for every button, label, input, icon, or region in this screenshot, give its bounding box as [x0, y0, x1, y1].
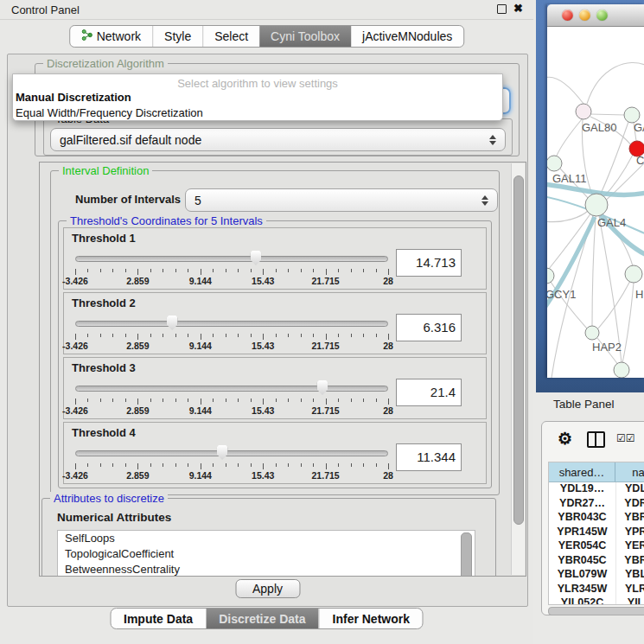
cell-shared-name[interactable]: YDR27…	[549, 497, 616, 512]
tab-cyni-toolbox[interactable]: Cyni Toolbox	[259, 26, 351, 47]
zoom-traffic-light-icon[interactable]	[596, 10, 608, 21]
table-row[interactable]: YIL052CYIL0	[549, 596, 644, 605]
close-icon[interactable]: ✖	[513, 3, 523, 14]
cell-shared-name[interactable]: YLR345W	[549, 583, 616, 597]
slider-track[interactable]	[75, 321, 388, 327]
number-of-intervals-label: Number of Intervals	[75, 193, 181, 206]
cell-shared-name[interactable]: YER054C	[549, 539, 616, 554]
stepper-icon	[489, 135, 496, 145]
table-row[interactable]: YBL079WYBL0	[549, 568, 644, 583]
slider-track[interactable]	[75, 386, 388, 392]
tab-network[interactable]: Network	[70, 26, 152, 47]
tab-infer-network[interactable]: Infer Network	[319, 609, 423, 628]
node-hap2	[585, 326, 599, 340]
cell-name[interactable]: YDR2	[616, 497, 644, 512]
node-label: GCY1	[547, 288, 576, 301]
attribute-item[interactable]: BetweennessCentrality	[58, 562, 475, 577]
minimize-traffic-light-icon[interactable]	[579, 10, 590, 21]
node-label: GAL80	[582, 121, 616, 134]
threshold-slider[interactable]: -3.4262.8599.14415.4321.71528	[75, 380, 388, 417]
table-row[interactable]: YBR045CYBR0	[549, 554, 644, 569]
list-scrollbar[interactable]	[461, 532, 472, 577]
select-columns-icon[interactable]: ☑☑	[616, 432, 635, 444]
slider-thumb[interactable]	[316, 380, 328, 395]
tab-style[interactable]: Style	[152, 26, 202, 47]
slider-thumb[interactable]	[250, 251, 261, 265]
interval-definition-group: Interval Definition Number of Intervals …	[50, 170, 500, 495]
group-title: Discretization Algorithm	[43, 57, 168, 70]
cell-shared-name[interactable]: YBL079W	[549, 568, 616, 583]
attribute-item[interactable]: SelfLoops	[58, 531, 475, 546]
slider-ticks	[75, 399, 388, 405]
threshold-value-field[interactable]: 6.316	[396, 314, 462, 341]
threshold-value-field[interactable]: 14.713	[396, 249, 462, 277]
column-header-name[interactable]: na	[615, 462, 644, 481]
threshold-value-field[interactable]: 21.4	[396, 379, 462, 406]
cell-shared-name[interactable]: YIL052C	[549, 596, 616, 605]
table-row[interactable]: YBR043CYBR0	[549, 511, 644, 526]
node-gcy1	[547, 268, 554, 284]
dropdown-option-manual-discretization[interactable]: Manual Discretization	[13, 90, 502, 105]
tab-impute-data[interactable]: Impute Data	[111, 609, 206, 628]
table-row[interactable]: YPR145WYPR1	[549, 526, 644, 540]
slider-tick-labels: -3.4262.8599.14415.4321.71528	[75, 341, 388, 351]
slider-track[interactable]	[75, 450, 388, 456]
tab-jactivemnodules[interactable]: jActiveMNodules	[351, 26, 463, 47]
table-row[interactable]: YER054CYER0	[549, 539, 644, 554]
threshold-slider[interactable]: -3.4262.8599.14415.4321.71528	[75, 316, 388, 352]
number-of-intervals-spinner[interactable]: 5	[185, 188, 498, 212]
network-window-titlebar[interactable]	[547, 4, 644, 27]
cell-name[interactable]: YBR0	[616, 511, 644, 526]
cell-name[interactable]: YBL0	[616, 568, 644, 583]
dropdown-option-equal-width-frequency[interactable]: Equal Width/Frequency Discretization	[13, 105, 502, 121]
cell-name[interactable]: YDL1	[616, 482, 644, 497]
table-row[interactable]: YLR345WYLR3	[549, 583, 644, 597]
threshold-slider[interactable]: -3.4262.8599.14415.4321.71528	[75, 251, 388, 287]
attributes-to-discretize-group: Attributes to discretize Numerical Attri…	[41, 498, 496, 577]
gear-icon[interactable]: ⚙	[558, 429, 572, 449]
cell-name[interactable]: YER0	[616, 539, 644, 554]
cell-shared-name[interactable]: YBR043C	[549, 511, 616, 526]
cell-shared-name[interactable]: YDL19…	[549, 482, 616, 497]
table-row[interactable]: YDR27…YDR2	[549, 497, 644, 512]
slider-ticks	[75, 269, 388, 276]
apply-button[interactable]: Apply	[235, 579, 300, 598]
slider-ticks	[75, 334, 388, 341]
node-label: C	[636, 154, 644, 167]
tab-discretize-data[interactable]: Discretize Data	[206, 609, 318, 628]
tab-select[interactable]: Select	[202, 26, 259, 47]
top-tabbar: Network Style Select Cyni Toolbox jActiv…	[69, 25, 465, 48]
threshold-label: Threshold 3	[72, 361, 136, 374]
threshold-panel: Threshold 2 -3.4262.8599.14415.4321.7152…	[63, 292, 487, 354]
scrollbar-thumb[interactable]	[513, 175, 524, 525]
settings-vertical-scrollbar[interactable]	[511, 163, 525, 575]
stepper-icon	[481, 195, 488, 206]
slider-thumb[interactable]	[217, 445, 228, 460]
cell-name[interactable]: YPR1	[616, 526, 644, 540]
attribute-item[interactable]: TopologicalCoefficient	[58, 546, 475, 562]
cell-name[interactable]: YIL0	[616, 596, 644, 605]
threshold-value-field[interactable]: 11.344	[396, 443, 462, 471]
table-horizontal-scrollbar[interactable]	[548, 607, 644, 615]
cell-name[interactable]: YLR3	[616, 583, 644, 597]
columns-icon[interactable]	[587, 431, 605, 448]
float-icon[interactable]	[497, 4, 507, 14]
threshold-slider[interactable]: -3.4262.8599.14415.4321.71528	[75, 445, 388, 481]
cell-shared-name[interactable]: YBR045C	[549, 554, 616, 569]
cell-name[interactable]: YBR0	[616, 554, 644, 569]
table-data-combobox[interactable]: galFiltered.sif default node	[50, 128, 506, 151]
node-label: GAL4	[597, 216, 626, 229]
slider-track[interactable]	[75, 256, 388, 262]
cell-shared-name[interactable]: YPR145W	[549, 526, 616, 540]
tab-label: Select	[214, 29, 248, 43]
table-row[interactable]: YDL19…YDL1	[549, 482, 644, 497]
slider-thumb[interactable]	[167, 316, 178, 330]
numerical-attributes-label: Numerical Attributes	[57, 511, 171, 524]
thresholds-list: Threshold 1 -3.4262.8599.14415.4321.7152…	[63, 227, 487, 487]
bottom-tabbar: Impute Data Discretize Data Infer Networ…	[110, 608, 424, 629]
algorithm-dropdown-popup: Select algorithm to view settings Manual…	[12, 73, 503, 121]
close-traffic-light-icon[interactable]	[562, 10, 573, 21]
column-header-shared[interactable]: shared…	[549, 462, 615, 481]
node-bottom	[614, 362, 629, 378]
network-canvas[interactable]: GAL80 GA C GAL11 GAL4 GCY1 H HAP2	[547, 27, 644, 378]
